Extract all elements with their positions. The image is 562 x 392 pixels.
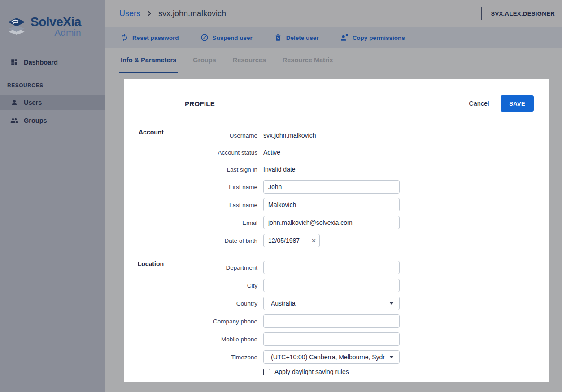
toolbar-action-label: Reset password [132,34,179,41]
page-title: PROFILE [185,100,215,108]
department-input[interactable] [263,261,400,274]
country-selected-value: Australia [271,300,386,307]
account-name: SVX.ALEX.DESIGNER [491,10,555,17]
breadcrumb-current: svx.john.malkovich [158,9,226,18]
divider [481,7,482,20]
mobile-phone-input[interactable] [263,332,400,346]
timezone-select[interactable]: (UTC+10:00) Canberra, Melbourne, Sydr [263,350,400,364]
field-label: Company phone [172,318,257,325]
reset-password-button[interactable]: Reset password [120,34,179,42]
field-label: Department [172,264,257,271]
delete-user-button[interactable]: Delete user [274,34,319,42]
first-name-input[interactable] [263,180,400,194]
daylight-saving-label: Apply daylight saving rules [274,368,349,375]
user-icon [10,99,18,107]
copy-permissions-button[interactable]: Copy permissions [340,34,405,42]
field-label: Last name [172,202,257,208]
country-row: Country Australia [172,294,549,312]
last-name-row: Last name [172,196,549,214]
city-input[interactable] [263,279,400,292]
section-label-column: Account Location [124,79,172,382]
chevron-down-icon [389,302,394,305]
daylight-saving-checkbox[interactable] [263,369,270,375]
chevron-down-icon [389,356,394,358]
save-button[interactable]: SAVE [501,95,534,112]
logo-subtitle: Admin [54,28,81,38]
company-phone-input[interactable] [263,314,400,328]
clear-x-icon[interactable]: ✕ [311,238,316,244]
field-label: Last sign in [172,166,257,173]
profile-form: PROFILE Cancel SAVE Username svx.john.ma… [172,92,549,382]
cancel-button[interactable]: Cancel [469,100,489,107]
section-label-account: Account [139,129,164,136]
breadcrumb-users-link[interactable]: Users [119,9,140,18]
user-actions-toolbar: Reset password Suspend user Delete user [105,27,562,48]
detail-tabs: Info & Parameters Groups Resources Resou… [105,48,562,73]
daylight-saving-row: Apply daylight saving rules [172,366,549,378]
delete-user-icon [274,34,282,42]
chevron-right-icon [147,10,152,17]
field-label: Mobile phone [172,336,257,343]
sidebar-item-label: Dashboard [24,59,58,66]
date-of-birth-row: Date of birth ✕ [172,232,549,250]
toolbar-action-label: Suspend user [213,34,253,41]
tab-info-parameters[interactable]: Info & Parameters [119,48,178,73]
last-sign-in-value: Invalid date [263,166,296,173]
timezone-row: Timezone (UTC+10:00) Canberra, Melbourne… [172,348,549,366]
breadcrumb: Users svx.john.malkovich [119,9,226,18]
tab-groups[interactable]: Groups [192,48,218,73]
department-row: Department [172,258,549,276]
dashboard-icon [10,58,18,66]
account-status-row: Account status Active [172,144,549,161]
last-sign-in-row: Last sign in Invalid date [172,161,549,178]
sidebar-item-users[interactable]: Users [0,95,105,110]
divider [191,382,191,392]
app-logo: SolveXia Admin [0,0,105,38]
field-label: First name [172,184,257,190]
status-value: Active [263,149,280,156]
sidebar-item-dashboard[interactable]: Dashboard [0,55,105,70]
city-row: City [172,276,549,294]
card-header: PROFILE Cancel SAVE [172,92,549,115]
content-area: Account Location PROFILE Cancel SAVE Use… [105,73,562,392]
copy-permissions-icon [340,34,349,42]
sidebar: SolveXia Admin Dashboard RESOURCES Users [0,0,105,392]
section-label-location: Location [138,260,164,267]
sidebar-item-label: Users [24,99,42,106]
field-label: Timezone [172,354,257,361]
field-label: Email [172,220,257,226]
country-select[interactable]: Australia [263,297,400,310]
field-label: Account status [172,149,257,156]
field-label: Country [172,300,257,307]
email-row: Email [172,214,549,232]
email-input[interactable] [263,216,400,229]
tab-resources[interactable]: Resources [231,48,267,73]
profile-card: Account Location PROFILE Cancel SAVE Use… [124,79,549,382]
company-phone-row: Company phone [172,312,549,330]
sidebar-item-groups[interactable]: Groups [0,113,105,128]
toolbar-action-label: Copy permissions [353,34,405,41]
suspend-user-icon [200,34,209,42]
sidebar-section-resources: RESOURCES [0,70,105,95]
sidebar-nav: Dashboard RESOURCES Users Groups [0,55,105,128]
card-scroll-continuation [124,382,549,392]
tab-resource-matrix[interactable]: Resource Matrix [281,48,335,73]
layers-logo-icon [6,15,27,36]
account-menu[interactable]: SVX.ALEX.DESIGNER [481,7,555,20]
field-label: Username [172,132,257,139]
logo-title: SolveXia [30,15,81,29]
mobile-phone-row: Mobile phone [172,330,549,348]
field-label: City [172,282,257,289]
timezone-selected-value: (UTC+10:00) Canberra, Melbourne, Sydr [271,353,386,361]
username-row: Username svx.john.malkovich [172,127,549,144]
suspend-user-button[interactable]: Suspend user [200,34,253,42]
field-label: Date of birth [172,237,257,244]
topbar: Users svx.john.malkovich SVX.ALEX.DESIGN… [105,0,562,27]
first-name-row: First name [172,178,549,196]
username-value: svx.john.malkovich [263,132,316,139]
last-name-input[interactable] [263,198,400,211]
toolbar-action-label: Delete user [286,34,319,41]
sidebar-item-label: Groups [24,117,47,124]
group-icon [10,116,18,125]
reset-password-icon [120,34,128,42]
